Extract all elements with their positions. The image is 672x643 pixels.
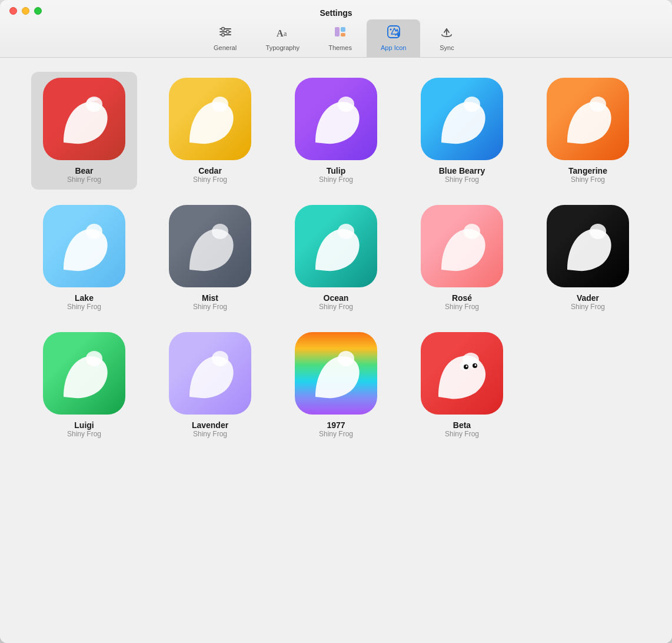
icon-wrapper-beta [421,332,503,415]
general-icon [218,24,233,42]
tab-app-icon[interactable]: App Icon [367,19,420,57]
maximize-button[interactable] [34,7,42,15]
icon-item-tulip[interactable]: Tulip Shiny Frog [283,72,389,190]
svg-point-12 [390,29,391,31]
icon-wrapper-tulip [295,78,377,160]
app-icon-icon [386,24,401,42]
icon-item-lavender[interactable]: Lavender Shiny Frog [157,326,263,444]
icon-sub-blue-bearry: Shiny Frog [445,175,479,184]
svg-rect-9 [341,27,345,32]
icons-grid: Bear Shiny Frog Cedar Shiny Frog [24,72,648,444]
svg-point-34 [475,364,477,366]
toolbar: General A a Typography [199,19,474,57]
icon-sub-rose: Shiny Frog [445,303,479,311]
themes-icon [332,24,348,42]
icon-name-lake: Lake [75,293,94,303]
icon-name-ocean: Ocean [324,293,349,303]
svg-point-5 [221,34,224,37]
svg-point-23 [464,224,480,239]
svg-text:a: a [284,29,287,38]
icon-item-mist[interactable]: Mist Shiny Frog [157,199,263,317]
icon-name-lavender: Lavender [192,420,228,430]
svg-point-18 [464,97,480,112]
svg-rect-8 [335,27,340,37]
tab-general-label: General [214,44,237,51]
icon-wrapper-luigi [43,332,125,415]
icon-wrapper-cedar [169,78,251,160]
icon-item-luigi[interactable]: Luigi Shiny Frog [31,326,137,444]
tab-themes[interactable]: Themes [314,19,367,57]
icon-name-1977: 1977 [327,420,345,430]
icon-sub-beta: Shiny Frog [445,430,479,438]
icon-sub-ocean: Shiny Frog [319,303,353,311]
icon-wrapper-blue-bearry [421,78,503,160]
sync-icon [439,24,454,42]
icon-item-cedar[interactable]: Cedar Shiny Frog [157,72,263,190]
icon-sub-lavender: Shiny Frog [193,430,227,438]
icon-wrapper-tangerine [547,78,629,160]
content-area: Bear Shiny Frog Cedar Shiny Frog [0,58,672,643]
icon-item-lake[interactable]: Lake Shiny Frog [31,199,137,317]
icon-item-blue-bearry[interactable]: Blue Bearry Shiny Frog [409,72,515,190]
icon-sub-luigi: Shiny Frog [67,430,101,438]
tab-sync[interactable]: Sync [420,19,473,57]
icon-name-luigi: Luigi [74,420,94,430]
svg-point-20 [86,224,102,239]
icon-name-tulip: Tulip [327,166,345,175]
minimize-button[interactable] [22,7,29,15]
icon-wrapper-rose [421,205,503,287]
window-title: Settings [320,8,352,18]
svg-point-33 [466,366,468,367]
icon-sub-vader: Shiny Frog [571,303,605,311]
svg-point-26 [212,351,228,366]
icon-item-tangerine[interactable]: Tangerine Shiny Frog [535,72,641,190]
icon-name-bear: Bear [75,166,93,175]
icon-wrapper-lake [43,205,125,287]
icon-item-1977[interactable]: 1977 Shiny Frog [283,326,389,444]
icon-wrapper-mist [169,205,251,287]
tab-typography[interactable]: A a Typography [252,19,314,57]
titlebar: Settings General [0,0,672,58]
icon-sub-lake: Shiny Frog [67,303,101,311]
svg-point-19 [590,97,606,112]
icon-name-beta: Beta [453,420,471,430]
tab-sync-label: Sync [440,44,454,51]
svg-point-4 [226,31,229,34]
icon-wrapper-ocean [295,205,377,287]
icon-sub-tangerine: Shiny Frog [571,175,605,184]
tab-app-icon-label: App Icon [381,44,406,51]
tab-typography-label: Typography [266,44,300,51]
icon-item-vader[interactable]: Vader Shiny Frog [535,199,641,317]
icon-item-beta[interactable]: Beta Shiny Frog [409,326,515,444]
icon-name-vader: Vader [577,293,599,303]
icon-wrapper-vader [547,205,629,287]
svg-rect-10 [341,33,345,37]
icon-sub-tulip: Shiny Frog [319,175,353,184]
icon-item-bear[interactable]: Bear Shiny Frog [31,72,137,190]
svg-point-16 [212,97,228,112]
icon-item-rose[interactable]: Rosé Shiny Frog [409,199,515,317]
icon-name-mist: Mist [202,293,218,303]
icon-sub-bear: Shiny Frog [67,175,101,184]
svg-point-27 [338,351,354,366]
icon-wrapper-lavender [169,332,251,415]
icon-name-cedar: Cedar [198,166,222,175]
icon-item-ocean[interactable]: Ocean Shiny Frog [283,199,389,317]
svg-point-25 [86,351,102,366]
tab-themes-label: Themes [328,44,352,51]
close-button[interactable] [9,7,17,15]
svg-point-3 [221,28,224,31]
icon-sub-1977: Shiny Frog [319,430,353,438]
svg-text:A: A [277,28,284,38]
icon-wrapper-1977 [295,332,377,415]
icon-name-rose: Rosé [452,293,472,303]
tab-general[interactable]: General [199,19,252,57]
icon-name-tangerine: Tangerine [568,166,607,175]
svg-point-24 [590,224,606,239]
svg-point-22 [338,224,354,239]
icon-sub-mist: Shiny Frog [193,303,227,311]
svg-point-13 [397,34,400,37]
icon-wrapper-bear [43,78,125,160]
icon-name-blue-bearry: Blue Bearry [439,166,485,175]
svg-point-17 [338,97,354,112]
